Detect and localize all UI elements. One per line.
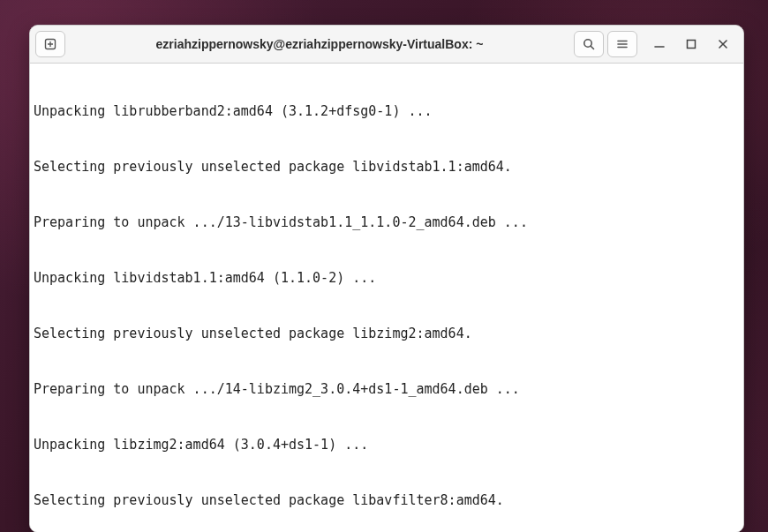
- terminal-line: Selecting previously unselected package …: [34, 491, 742, 510]
- maximize-icon: [685, 38, 697, 50]
- terminal-line: Unpacking librubberband2:amd64 (3.1.2+df…: [34, 102, 742, 121]
- svg-rect-9: [688, 41, 696, 49]
- terminal-line: Unpacking libzimg2:amd64 (3.0.4+ds1-1) .…: [34, 436, 742, 454]
- terminal-line: Selecting previously unselected package …: [34, 325, 742, 343]
- maximize-button[interactable]: [681, 34, 701, 54]
- terminal-line: Unpacking libvidstab1.1:amd64 (1.1.0-2) …: [34, 269, 742, 288]
- search-button[interactable]: [574, 31, 604, 57]
- minimize-button[interactable]: [650, 34, 669, 54]
- new-tab-icon: [43, 37, 57, 51]
- terminal-window: ezriahzippernowsky@ezriahzippernowsky-Vi…: [29, 25, 744, 532]
- titlebar: ezriahzippernowsky@ezriahzippernowsky-Vi…: [30, 26, 743, 64]
- terminal-body[interactable]: Unpacking librubberband2:amd64 (3.1.2+df…: [30, 64, 743, 532]
- hamburger-icon: [615, 37, 629, 51]
- terminal-line: Preparing to unpack .../13-libvidstab1.1…: [34, 214, 742, 232]
- minimize-icon: [653, 38, 666, 50]
- new-tab-button[interactable]: [35, 31, 65, 57]
- terminal-line: Preparing to unpack .../14-libzimg2_3.0.…: [34, 380, 742, 399]
- search-icon: [582, 37, 596, 51]
- menu-button[interactable]: [607, 31, 637, 57]
- svg-line-4: [591, 46, 593, 49]
- close-icon: [717, 38, 729, 50]
- window-controls: [641, 34, 738, 54]
- terminal-line: Selecting previously unselected package …: [34, 158, 742, 176]
- window-title: ezriahzippernowsky@ezriahzippernowsky-Vi…: [69, 37, 570, 51]
- close-button[interactable]: [713, 34, 733, 54]
